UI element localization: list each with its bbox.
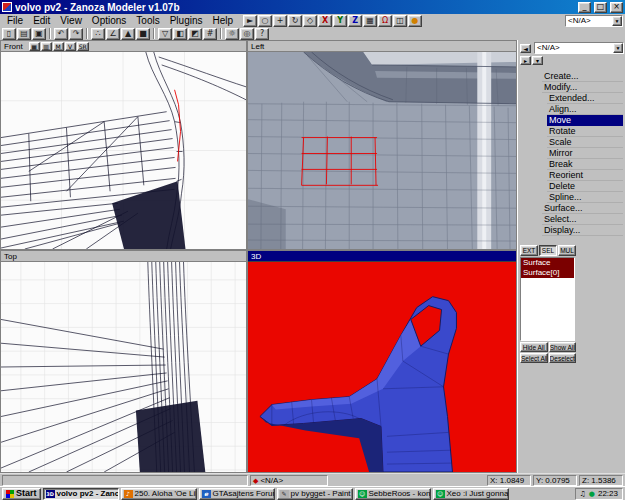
3d-viewport: 3D <box>247 250 517 473</box>
undo-icon[interactable]: ↶ <box>54 28 68 40</box>
task-label: 250. Aloha 'Oe Lilo <box>135 489 197 498</box>
start-button[interactable]: Start <box>2 488 41 500</box>
object-mode-icon[interactable]: ■ <box>136 28 150 40</box>
object-list[interactable]: Surface Surface[0] <box>520 257 575 341</box>
axis-y-icon[interactable]: Y <box>333 15 347 27</box>
snap-grid-icon[interactable]: ▦ <box>363 15 377 27</box>
maximize-button[interactable]: □ <box>594 2 607 13</box>
edge-mode-icon[interactable]: ∠ <box>106 28 120 40</box>
command-item-break[interactable]: Break <box>547 159 623 170</box>
browser-icon: e <box>202 490 211 498</box>
panel-back-button[interactable]: ◄ <box>520 44 531 53</box>
command-item-delete[interactable]: Delete <box>547 181 623 192</box>
open-file-icon[interactable]: ▤ <box>17 28 31 40</box>
camera-icon[interactable]: ◎ <box>240 28 254 40</box>
hide-all-button[interactable]: Hide All <box>520 342 548 352</box>
command-item-display[interactable]: Display... <box>542 225 623 236</box>
new-file-icon[interactable]: ▯ <box>2 28 16 40</box>
menu-options[interactable]: Options <box>87 15 131 27</box>
shaded-view-icon[interactable]: ◧ <box>173 28 187 40</box>
face-mode-icon[interactable]: ▲ <box>121 28 135 40</box>
menu-file[interactable]: File <box>2 15 28 27</box>
render-icon[interactable]: ● <box>408 15 422 27</box>
maximize-view-button[interactable]: M <box>53 42 64 51</box>
command-item-select[interactable]: Select... <box>542 214 623 225</box>
taskbar-task-winamp[interactable]: ♪ 250. Aloha 'Oe Lilo <box>121 488 197 500</box>
wireframe-view-icon[interactable]: ▽ <box>158 28 172 40</box>
menu-tools[interactable]: Tools <box>131 15 164 27</box>
taskbar-task-zmodeler[interactable]: 3D volvo pv2 - Zanoz... <box>43 488 119 500</box>
vertex-toggle-button[interactable]: V <box>65 42 76 51</box>
close-button[interactable]: × <box>610 2 623 13</box>
task-label: GTAsajtens Forum <box>213 489 275 498</box>
taskbar-task-messenger-1[interactable]: ☺ SebbeRoos - konver... <box>355 488 431 500</box>
mul-mode-button[interactable]: MUL <box>558 245 576 256</box>
axis-x-icon[interactable]: X <box>318 15 332 27</box>
textured-view-icon[interactable]: ◩ <box>188 28 202 40</box>
chevron-down-icon[interactable]: ▼ <box>613 43 623 53</box>
front-viewport: Front ▦ ▥ M V SR <box>0 40 247 250</box>
sel-mode-button[interactable]: SEL <box>539 245 557 256</box>
show-all-button[interactable]: Show All <box>549 342 577 352</box>
command-item-move[interactable]: Move <box>547 115 623 126</box>
grid-toggle-button[interactable]: ▦ <box>29 42 40 51</box>
redo-icon[interactable]: ↷ <box>69 28 83 40</box>
ext-mode-button[interactable]: EXT <box>520 245 538 256</box>
task-label: pv bygget - Paint <box>291 489 351 498</box>
taskbar-task-messenger-2[interactable]: ☺ Xeo :i Just gonna ge... <box>433 488 509 500</box>
command-item-mirror[interactable]: Mirror <box>547 148 623 159</box>
list-item-surface0[interactable]: Surface[0] <box>521 268 574 278</box>
save-file-icon[interactable]: ▣ <box>32 28 46 40</box>
panel-combo[interactable]: <N/A> ▼ <box>534 42 624 54</box>
command-item-create[interactable]: Create... <box>542 71 623 82</box>
command-item-extended[interactable]: Extended... <box>547 93 623 104</box>
menu-help[interactable]: Help <box>208 15 239 27</box>
command-item-rotate[interactable]: Rotate <box>547 126 623 137</box>
volume-icon[interactable]: ♫ <box>580 490 586 498</box>
left-viewport-canvas[interactable] <box>248 52 516 249</box>
select-all-button[interactable]: Select All <box>520 353 548 363</box>
axis-z-icon[interactable]: Z <box>348 15 362 27</box>
command-item-reorient[interactable]: Reorient <box>547 170 623 181</box>
3d-viewport-canvas[interactable] <box>248 262 516 472</box>
task-label: SebbeRoos - konver... <box>369 489 431 498</box>
command-item-modify[interactable]: Modify... <box>542 82 623 93</box>
shading-toggle-button[interactable]: SR <box>77 42 89 51</box>
lasso-select-icon[interactable]: ○ <box>258 15 272 27</box>
messenger-tray-icon[interactable]: ● <box>589 490 595 498</box>
front-viewport-canvas[interactable] <box>1 52 246 249</box>
move-tool-icon[interactable]: + <box>273 15 287 27</box>
list-item-surface[interactable]: Surface <box>521 258 574 268</box>
mirror-icon[interactable]: ◫ <box>393 15 407 27</box>
menu-plugins[interactable]: Plugins <box>165 15 208 27</box>
scale-tool-icon[interactable]: ◇ <box>303 15 317 27</box>
panel-option-button-2[interactable]: ▾ <box>532 56 543 65</box>
command-item-align[interactable]: Align... <box>547 104 623 115</box>
help-icon[interactable]: ? <box>255 28 269 40</box>
rotate-tool-icon[interactable]: ↻ <box>288 15 302 27</box>
selection-mode-row: EXT SEL MUL <box>520 245 624 256</box>
minimize-button[interactable]: _ <box>578 2 591 13</box>
filter-combo[interactable]: <N/A> ▼ <box>565 15 623 27</box>
taskbar-task-forum[interactable]: e GTAsajtens Forum <box>199 488 275 500</box>
top-viewport-label: Top <box>4 252 17 261</box>
menu-view[interactable]: View <box>55 15 87 27</box>
front-viewport-caption: Front ▦ ▥ M V SR <box>1 41 246 52</box>
start-button-label: Start <box>16 489 37 498</box>
command-item-surface[interactable]: Surface... <box>542 203 623 214</box>
left-viewport-caption: Left <box>248 41 516 52</box>
select-arrow-icon[interactable]: ► <box>243 15 257 27</box>
layout-toggle-button[interactable]: ▥ <box>41 42 52 51</box>
menu-edit[interactable]: Edit <box>28 15 55 27</box>
deselect-button[interactable]: Deselect <box>549 353 577 363</box>
grid-icon[interactable]: # <box>203 28 217 40</box>
vertex-mode-icon[interactable]: ∴ <box>91 28 105 40</box>
panel-option-button-1[interactable]: ▸ <box>520 56 531 65</box>
light-icon[interactable]: ☼ <box>225 28 239 40</box>
taskbar-task-paint[interactable]: ✎ pv bygget - Paint <box>277 488 353 500</box>
command-item-scale[interactable]: Scale <box>547 137 623 148</box>
chevron-down-icon[interactable]: ▼ <box>612 16 622 26</box>
command-item-spline[interactable]: Spline... <box>547 192 623 203</box>
top-viewport-canvas[interactable] <box>1 262 246 472</box>
magnet-icon[interactable]: Ω <box>378 15 392 27</box>
